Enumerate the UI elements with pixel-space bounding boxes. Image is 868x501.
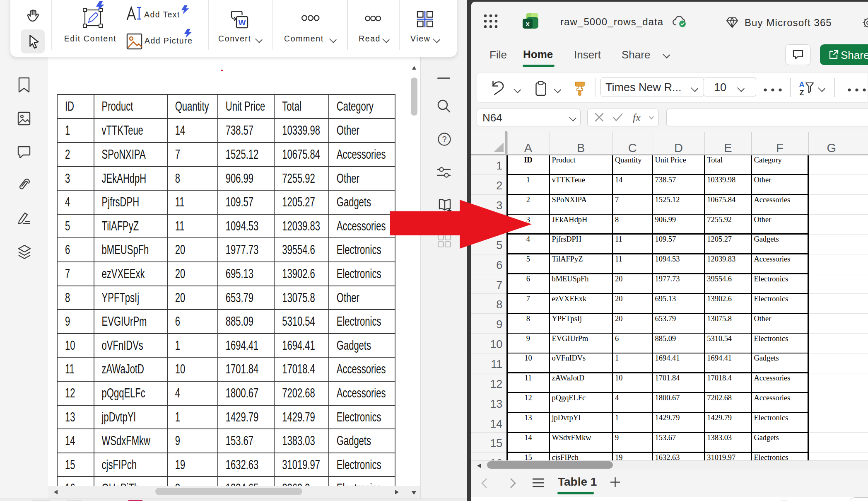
svg-text:W: W	[239, 18, 246, 27]
svg-text:?: ?	[442, 135, 446, 144]
svg-text:Z: Z	[800, 89, 804, 97]
svg-text:x: x	[526, 20, 530, 28]
svg-text:A: A	[799, 80, 805, 89]
svg-text:fx: fx	[633, 113, 641, 123]
